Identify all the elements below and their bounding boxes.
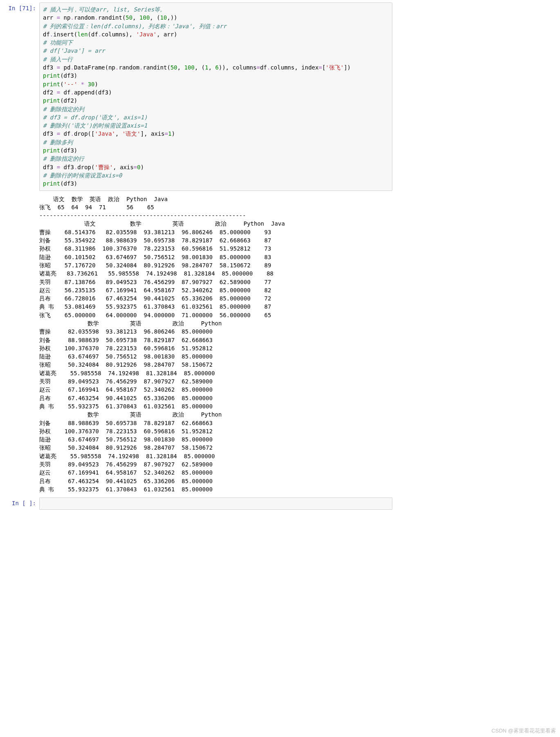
t [77, 81, 81, 87]
t: len [77, 31, 87, 38]
t: 30 [88, 81, 95, 87]
t: . [70, 14, 74, 21]
t: insert( [53, 31, 77, 38]
t: df3 [43, 130, 57, 137]
t: arr [43, 14, 57, 21]
t: * [81, 81, 84, 87]
t: drop([ [74, 130, 95, 137]
t: df [60, 130, 70, 137]
t: (df [88, 31, 98, 38]
t: . [70, 130, 74, 137]
t: ], axis [141, 130, 165, 137]
t: , [132, 14, 139, 21]
t: ,)) [167, 14, 177, 21]
t: '张飞' [325, 64, 344, 71]
t: = [57, 14, 60, 21]
t: drop( [77, 164, 94, 170]
output-prompt-71 [0, 193, 39, 496]
t: '--' [64, 81, 78, 87]
t: (df2) [60, 97, 77, 104]
t: )), columns [219, 64, 257, 71]
t: . [94, 14, 98, 21]
code-input-area[interactable]: # 插入一列，可以使arr, list, Series等。 arr = np.r… [39, 2, 392, 191]
t: , ( [195, 64, 205, 71]
input-prompt-empty: In [ ]: [0, 497, 39, 510]
t: print [43, 72, 60, 79]
t: df3 [60, 164, 74, 170]
t: = [165, 130, 168, 137]
t: , [208, 64, 215, 71]
t: ) [141, 164, 144, 170]
t: . [70, 64, 74, 71]
t: 10 [160, 14, 167, 21]
code-comment: # 列的索引位置：len(df.columns), 列名称：'Java', 列值… [43, 23, 226, 29]
t: '语文' [122, 130, 141, 137]
t: columns, index [270, 64, 318, 71]
t: randint( [98, 14, 125, 21]
t: = [57, 130, 60, 137]
t: 'Java' [94, 130, 115, 137]
t: df [43, 31, 50, 38]
input-prompt-71: In [71]: [0, 2, 39, 191]
t: = [318, 64, 322, 71]
output-cell-71: 语文 数学 英语 政治 Python Java 张飞 65 64 94 71 5… [0, 192, 392, 497]
code-comment: # 删除指定的列 [43, 106, 84, 112]
t: df [60, 89, 70, 96]
t: . [70, 89, 74, 96]
t: df2 [43, 89, 57, 96]
code-comment: # 功能同下 [43, 39, 73, 46]
t: 6 [215, 64, 219, 71]
t: 100 [139, 14, 150, 21]
t: ) [172, 130, 175, 137]
t: (df3) [60, 72, 77, 79]
t: pd [60, 64, 70, 71]
t: (df3) [60, 147, 77, 154]
notebook: In [71]: # 插入一列，可以使arr, list, Series等。 a… [0, 0, 392, 512]
t: randint( [143, 64, 170, 71]
t: df3 [43, 64, 57, 71]
code-cell-empty: In [ ]: [0, 497, 392, 511]
t: np [60, 14, 70, 21]
t: append(df3) [74, 89, 112, 96]
t: , axis [113, 164, 134, 170]
t: ( [60, 81, 63, 87]
t: print [43, 180, 60, 187]
t: df3 [43, 164, 57, 170]
t: ) [94, 81, 98, 87]
t: (df3) [60, 180, 77, 187]
code-comment: # 删除行的时候需设置axis=0 [43, 172, 122, 179]
t: = [57, 164, 60, 170]
code-comment: # df3 = df.drop('语文', axis=1) [43, 114, 148, 121]
t: '曹操' [94, 164, 113, 170]
stdout-output: 语文 数学 英语 政治 Python Java 张飞 65 64 94 71 5… [39, 193, 392, 496]
t: DataFrame(np [74, 64, 115, 71]
code-comment: # 插入一行 [43, 56, 73, 63]
t: 50 [170, 64, 177, 71]
code-comment: # 删除指定的行 [43, 155, 84, 162]
t: 1 [205, 64, 208, 71]
t: random [119, 64, 139, 71]
t: print [43, 81, 60, 87]
t: = [257, 64, 260, 71]
empty-code-input[interactable] [39, 497, 392, 510]
t: columns), [101, 31, 136, 38]
t: 1 [168, 130, 171, 137]
t: , arr) [157, 31, 177, 38]
t: 'Java' [136, 31, 157, 38]
t: . [139, 64, 143, 71]
t: , ( [150, 14, 160, 21]
code-content: # 插入一列，可以使arr, list, Series等。 arr = np.r… [43, 5, 389, 188]
t: ]) [344, 64, 351, 71]
t: = [57, 64, 60, 71]
t: 0 [137, 164, 140, 170]
code-comment: # df['Java'] = arr [43, 47, 105, 54]
t: df [260, 64, 267, 71]
t: , [177, 64, 184, 71]
t: print [43, 97, 60, 104]
t: 100 [184, 64, 195, 71]
code-comment: # 删除列('语文')的时候需设置axis=1 [43, 122, 147, 129]
t: = [57, 89, 60, 96]
code-comment: # 插入一列，可以使arr, list, Series等。 [43, 6, 166, 13]
t: 50 [125, 14, 132, 21]
code-comment: # 删除多列 [43, 139, 73, 146]
